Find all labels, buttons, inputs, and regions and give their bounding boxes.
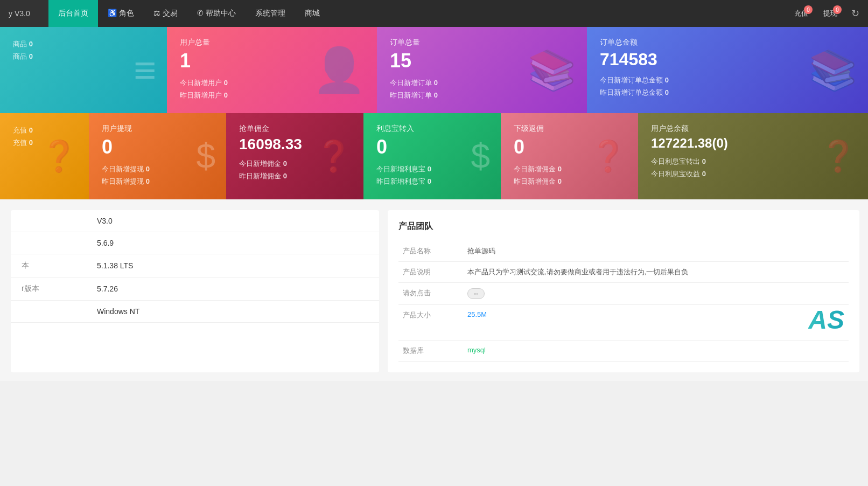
product-table: 产品名称 抢单源码 产品说明 本产品只为学习测试交流,请勿要做商业或者用于违法行… (398, 241, 849, 362)
card-balance: 用户总余额 127221.38(0) 今日利息宝转出 0 今日利息宝收益 0 ❓ (638, 113, 868, 199)
charge-button[interactable]: 充值 0 (789, 6, 814, 20)
nav-right: 充值 0 提现 0 ↻ (789, 6, 868, 20)
nav-item-home[interactable]: 后台首页 (48, 0, 98, 27)
withdraw-badge: 0 (833, 5, 842, 14)
product-label: 产品名称 (398, 241, 463, 262)
product-value: 抢单源码 (463, 241, 849, 262)
stats-row-2: 充值 0 充值 0 ❓ 用户提现 0 今日新增提现 0 昨日新增提现 0 $ 抢… (0, 113, 868, 199)
product-label: 数据库 (398, 341, 463, 362)
info-table: V3.0 5.6.9 本 5.1.38 LTS r版本 5.7.26 Windo… (11, 210, 379, 323)
product-row-db: 数据库 mysql (398, 341, 849, 362)
product-panel: 产品团队 产品名称 抢单源码 产品说明 本产品只为学习测试交流,请勿要做商业或者… (388, 210, 859, 372)
card-recharge-sub: 充值 0 充值 0 (13, 124, 76, 149)
product-row-name: 产品名称 抢单源码 (398, 241, 849, 262)
db-link: mysql (467, 346, 486, 354)
card-teal-sub: 商品 0 商品 0 (13, 38, 154, 63)
card-teal: 商品 0 商品 0 ≡ (0, 27, 167, 113)
nav-item-shop[interactable]: 商城 (295, 0, 330, 27)
card-withdraw-value: 0 (102, 136, 213, 158)
nav-logo: y V3.0 (0, 0, 48, 27)
info-row-laravel: 本 5.1.38 LTS (11, 254, 379, 277)
no-click-button[interactable]: ··· (467, 288, 485, 299)
card-balance-sub: 今日利息宝转出 0 今日利息宝收益 0 (651, 155, 855, 180)
card-commission-label: 抢单佣金 (239, 124, 351, 134)
refresh-icon[interactable]: ↻ (847, 8, 864, 19)
product-value-size: 25.5M AS (463, 305, 849, 341)
product-value: 本产品只为学习测试交流,请勿要做商业或者用于违法行为,一切后果自负 (463, 262, 849, 283)
card-amount-value: 714583 (600, 50, 855, 70)
card-users-value: 1 (180, 50, 364, 72)
product-value: ··· (463, 283, 849, 305)
card-users-label: 用户总量 (180, 38, 364, 47)
nav-item-system[interactable]: 系统管理 (246, 0, 295, 27)
info-label (11, 301, 86, 323)
info-panel: V3.0 5.6.9 本 5.1.38 LTS r版本 5.7.26 Windo… (11, 210, 379, 372)
nav-item-role[interactable]: ♿ 角色 (98, 0, 144, 27)
card-commission-sub: 今日新增佣金 0 昨日新增佣金 0 (239, 157, 351, 183)
product-row-size: 产品大小 25.5M AS (398, 305, 849, 341)
info-label: r版本 (11, 277, 86, 301)
card-withdraw: 用户提现 0 今日新增提现 0 昨日新增提现 0 $ (89, 113, 226, 199)
info-row-mysql-v: r版本 5.7.26 (11, 277, 379, 301)
info-row-os: Windows NT (11, 301, 379, 323)
info-value: V3.0 (86, 210, 379, 232)
product-title: 产品团队 (398, 221, 849, 232)
card-balance-value: 127221.38(0) (651, 136, 855, 151)
card-orders-label: 订单总量 (390, 38, 574, 47)
card-withdraw-label: 用户提现 (102, 124, 213, 134)
card-rebate-value: 0 (514, 136, 625, 158)
card-balance-label: 用户总余额 (651, 124, 855, 134)
info-label (11, 232, 86, 254)
card-users: 用户总量 1 今日新增用户 0 昨日新增用户 0 👤 (167, 27, 377, 113)
content-area: V3.0 5.6.9 本 5.1.38 LTS r版本 5.7.26 Windo… (0, 199, 868, 381)
size-link: 25.5M (467, 310, 487, 318)
nav-item-help[interactable]: ✆ 帮助中心 (187, 0, 246, 27)
info-row-version: V3.0 (11, 210, 379, 232)
withdraw-button[interactable]: 提现 0 (818, 6, 843, 20)
product-label: 产品大小 (398, 305, 463, 341)
card-order-amount: 订单总金额 714583 今日新增订单总金额 0 昨日新增订单总金额 0 📚 (587, 27, 868, 113)
info-value: 5.6.9 (86, 232, 379, 254)
card-rebate-label: 下级返佣 (514, 124, 625, 134)
info-label: 本 (11, 254, 86, 277)
card-withdraw-sub: 今日新增提现 0 昨日新增提现 0 (102, 163, 213, 188)
info-label (11, 210, 86, 232)
card-interest-label: 利息宝转入 (376, 124, 488, 134)
info-value: Windows NT (86, 301, 379, 323)
charge-badge: 0 (804, 5, 813, 14)
nav-item-trade[interactable]: ⚖ 交易 (144, 0, 187, 27)
card-amount-sub: 今日新增订单总金额 0 昨日新增订单总金额 0 (600, 74, 855, 99)
card-commission: 抢单佣金 16098.33 今日新增佣金 0 昨日新增佣金 0 ❓ (226, 113, 363, 199)
card-orders-value: 15 (390, 50, 574, 72)
product-row-click: 请勿点击 ··· (398, 283, 849, 305)
navbar: y V3.0 后台首页 ♿ 角色 ⚖ 交易 ✆ 帮助中心 系统管理 商城 充值 … (0, 0, 868, 27)
card-interest-sub: 今日新增利息宝 0 昨日新增利息宝 0 (376, 163, 488, 188)
card-orders: 订单总量 15 今日新增订单 0 昨日新增订单 0 📚 (377, 27, 587, 113)
card-rebate: 下级返佣 0 今日新增佣金 0 昨日新增佣金 0 ❓ (501, 113, 638, 199)
product-label: 请勿点击 (398, 283, 463, 305)
stats-row-1: 商品 0 商品 0 ≡ 用户总量 1 今日新增用户 0 昨日新增用户 0 👤 订… (0, 27, 868, 113)
product-label: 产品说明 (398, 262, 463, 283)
card-amount-label: 订单总金额 (600, 38, 855, 47)
info-row-php: 5.6.9 (11, 232, 379, 254)
product-row-desc: 产品说明 本产品只为学习测试交流,请勿要做商业或者用于违法行为,一切后果自负 (398, 262, 849, 283)
card-recharge: 充值 0 充值 0 ❓ (0, 113, 89, 199)
info-value: 5.1.38 LTS (86, 254, 379, 277)
product-value-db: mysql (463, 341, 849, 362)
card-interest: 利息宝转入 0 今日新增利息宝 0 昨日新增利息宝 0 $ (363, 113, 501, 199)
card-rebate-sub: 今日新增佣金 0 昨日新增佣金 0 (514, 163, 625, 188)
card-interest-value: 0 (376, 136, 488, 158)
card-commission-value: 16098.33 (239, 136, 351, 153)
card-users-sub: 今日新增用户 0 昨日新增用户 0 (180, 77, 364, 102)
card-orders-sub: 今日新增订单 0 昨日新增订单 0 (390, 77, 574, 102)
info-value: 5.7.26 (86, 277, 379, 301)
as-logo: AS (808, 305, 844, 335)
